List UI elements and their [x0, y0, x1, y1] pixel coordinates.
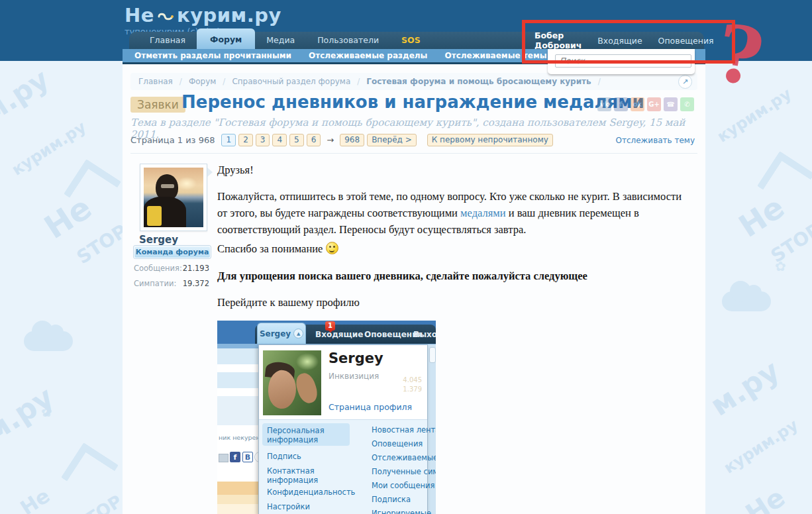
- watermark-text: курим.ру: [721, 416, 801, 478]
- envelope-icon: [219, 454, 228, 462]
- menu-item: Конфиденциальность: [267, 488, 355, 497]
- screenshot-bg-row: [217, 504, 258, 514]
- author-name[interactable]: Sergey: [139, 234, 178, 246]
- content-panel: Главная / Форум / Справочный раздел фору…: [123, 64, 705, 514]
- stat-value[interactable]: 21.193: [183, 264, 209, 273]
- breadcrumb-separator: /: [598, 77, 601, 86]
- post-greeting: Друзья!: [217, 164, 254, 177]
- logo-text-kurim: курим.ру: [177, 4, 281, 26]
- menu-item: Контактная информация: [267, 466, 333, 486]
- next-page-button[interactable]: Вперёд >: [367, 134, 417, 146]
- page-button-1[interactable]: 1: [221, 134, 236, 146]
- jump-arrow-icon[interactable]: ↗: [678, 75, 692, 89]
- stat-label: Сообщения:: [134, 264, 182, 273]
- viber-icon[interactable]: ☎: [664, 97, 678, 111]
- profile-photo: [263, 350, 321, 415]
- stat-value[interactable]: 19.372: [183, 279, 209, 288]
- mark-read-link[interactable]: Отметить разделы прочитанными: [134, 51, 291, 60]
- menu-item: Настройки: [267, 502, 310, 511]
- watch-thread-link[interactable]: Отслеживать тему: [615, 136, 695, 145]
- flower-shape: ✿: [775, 258, 786, 274]
- breadcrumb-current[interactable]: Гостевая форума и помощь бросающему кури…: [366, 77, 591, 86]
- watermark-text: Не: [16, 484, 54, 514]
- vk-icon[interactable]: vk: [597, 97, 611, 111]
- profile-role: Инквизиция: [329, 372, 379, 381]
- screenshot-logout-link: Выход: [413, 330, 436, 339]
- stat-messages: Сообщения: 21.193: [134, 264, 209, 273]
- menu-item: Подпись: [267, 452, 301, 461]
- tab-sos[interactable]: SOS: [390, 32, 432, 49]
- post-instruction: Для упрощения поиска вашего дневника, сд…: [217, 270, 587, 283]
- screenshot-inbox-link: Входящие: [315, 330, 363, 339]
- author-stats: Сообщения: 21.193 Симпатии: 19.372: [134, 264, 209, 294]
- menu-item: Отслеживаемые темы: [372, 453, 436, 462]
- thread-title: Перенос дневников и награждение медалями: [181, 92, 644, 112]
- post-divider: [130, 153, 697, 154]
- google-plus-icon[interactable]: G+: [647, 97, 661, 111]
- watched-forums-link[interactable]: Отслеживаемые разделы: [309, 51, 427, 60]
- inbox-badge: 1: [325, 321, 335, 331]
- tab-users[interactable]: Пользователи: [306, 32, 390, 49]
- breadcrumb-separator: /: [179, 77, 182, 86]
- breadcrumb-section[interactable]: Справочный раздел форума: [232, 77, 350, 86]
- page-button-5[interactable]: 5: [289, 134, 304, 146]
- stat-likes: Симпатии: 19.372: [134, 279, 209, 288]
- screenshot-bg-row: [217, 495, 258, 504]
- post-paragraph: Пожалуйста, отпишитесь в этой теме, по о…: [217, 189, 685, 238]
- smiley-icon: [326, 242, 338, 254]
- vk-icon: В: [242, 452, 253, 462]
- screenshot-profile-dropdown: Sergey Инквизиция Страница профиля 4.045…: [258, 344, 428, 514]
- post-thanks: Спасибо за понимание: [217, 242, 338, 256]
- page-button-last[interactable]: 968: [340, 134, 364, 146]
- breadcrumb-home[interactable]: Главная: [138, 77, 173, 86]
- first-unread-button[interactable]: К первому непрочитанному: [427, 134, 553, 146]
- menu-item: Новостная лента: [372, 425, 436, 435]
- share-buttons: vk f ok G+ ☎ ✆: [597, 97, 694, 111]
- chevron-up-icon: ▲: [293, 329, 303, 338]
- screenshot-bg-row: [217, 482, 258, 495]
- watermark-text: м.ру: [0, 63, 54, 129]
- tab-home[interactable]: Главная: [138, 32, 197, 49]
- annotation-box: [522, 20, 735, 64]
- page-button-6[interactable]: 6: [307, 134, 321, 146]
- menu-item: Оповещения: [372, 439, 423, 448]
- page-button-2[interactable]: 2: [238, 134, 253, 146]
- watermark-text: Не: [740, 482, 790, 514]
- profile-menu: Персональная информация Подпись Контактн…: [259, 419, 427, 514]
- facebook-icon[interactable]: f: [614, 97, 628, 111]
- thread-prefix-badge[interactable]: Заявки: [130, 97, 185, 113]
- cloud-shape: [722, 291, 771, 311]
- page-button-3[interactable]: 3: [256, 134, 270, 146]
- avatar-photo: [144, 168, 203, 227]
- pagination-ellipsis-arrow: →: [327, 135, 334, 145]
- tab-media[interactable]: Медиа: [255, 32, 306, 49]
- page-button-4[interactable]: 4: [272, 134, 287, 146]
- ghost-numbers: 4.045 1.379: [391, 376, 422, 394]
- menu-item: Персональная информация: [267, 426, 345, 445]
- menu-item: Полученные симпатии: [372, 467, 436, 476]
- menu-item: Подписка: [372, 495, 411, 504]
- pagination: Страница 1 из 968 1 2 3 4 5 6 → 968 Впер…: [130, 134, 553, 146]
- screenshot-user-label: Sergey: [260, 329, 291, 338]
- odnoklassniki-icon[interactable]: ok: [631, 97, 644, 111]
- breadcrumb-separator: /: [223, 77, 225, 86]
- profile-page-link: Страница профиля: [329, 402, 412, 412]
- profile-name: Sergey: [329, 350, 383, 366]
- post-text: Спасибо за понимание: [217, 242, 323, 255]
- logo-text-ne: Не: [125, 4, 154, 26]
- stop-roof-shape: [61, 442, 119, 500]
- watermark-text: м.ру: [704, 353, 785, 422]
- screenshot-user-tab: Sergey ▲: [257, 323, 306, 344]
- medals-link[interactable]: медалями: [460, 207, 506, 219]
- breadcrumb-forum[interactable]: Форум: [189, 77, 216, 86]
- whatsapp-icon[interactable]: ✆: [680, 97, 694, 111]
- tab-forum[interactable]: Форум: [197, 28, 255, 49]
- knot-icon: [157, 4, 174, 26]
- facebook-icon: f: [230, 452, 240, 462]
- breadcrumb: Главная / Форум / Справочный раздел фору…: [130, 73, 697, 90]
- embedded-screenshot: ник некурения f В Sergey ▲ 1 Входящие Оп…: [217, 321, 436, 514]
- watermark-text: курим.ру: [9, 118, 89, 180]
- menu-item: Мои сообщения: [372, 481, 434, 490]
- scrollbar-chip: [429, 347, 436, 363]
- author-avatar[interactable]: [140, 164, 207, 231]
